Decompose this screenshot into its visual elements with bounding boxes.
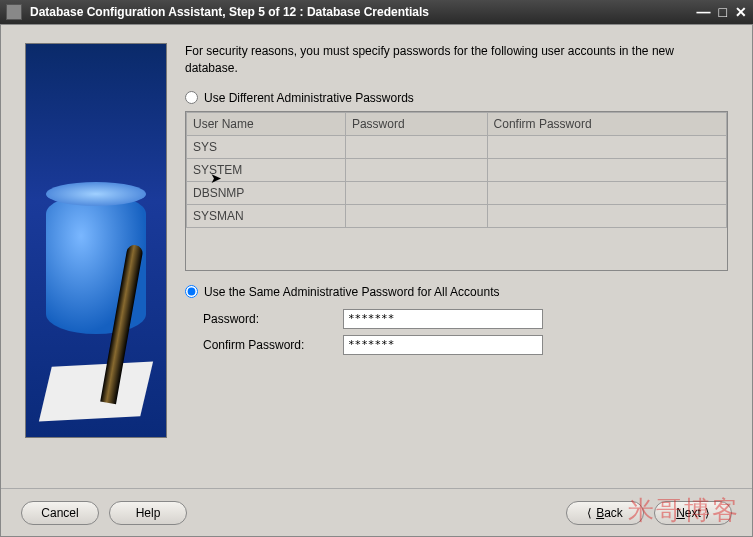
password-input[interactable] <box>343 309 543 329</box>
table-row: SYSTEM <box>187 158 727 181</box>
help-button[interactable]: Help <box>109 501 187 525</box>
cell-user: DBSNMP <box>187 181 346 204</box>
table-row: DBSNMP <box>187 181 727 204</box>
cell-user: SYSTEM <box>187 158 346 181</box>
radio-different-label: Use Different Administrative Passwords <box>204 91 414 105</box>
cancel-button[interactable]: Cancel <box>21 501 99 525</box>
app-icon <box>6 4 22 20</box>
chevron-right-icon: ⟩ <box>705 506 710 520</box>
col-confirm-password: Confirm Password <box>487 112 726 135</box>
confirm-password-label: Confirm Password: <box>203 338 333 352</box>
close-icon[interactable]: ✕ <box>735 5 747 19</box>
window-body: For security reasons, you must specify p… <box>0 24 753 537</box>
footer-bar: Cancel Help ⟨ Back Next ⟩ <box>1 488 752 536</box>
instruction-text: For security reasons, you must specify p… <box>185 43 728 77</box>
cell-password[interactable] <box>345 135 487 158</box>
table-row: SYSMAN <box>187 204 727 227</box>
option-same-password[interactable]: Use the Same Administrative Password for… <box>185 285 728 299</box>
radio-same-password[interactable] <box>185 285 198 298</box>
cell-confirm[interactable] <box>487 135 726 158</box>
window-title: Database Configuration Assistant, Step 5… <box>30 5 697 19</box>
table-row: SYS <box>187 135 727 158</box>
titlebar: Database Configuration Assistant, Step 5… <box>0 0 753 24</box>
col-user-name: User Name <box>187 112 346 135</box>
cell-password[interactable] <box>345 181 487 204</box>
maximize-icon[interactable]: □ <box>719 5 727 19</box>
radio-same-label: Use the Same Administrative Password for… <box>204 285 499 299</box>
cell-user: SYS <box>187 135 346 158</box>
next-button[interactable]: Next ⟩ <box>654 501 732 525</box>
cell-confirm[interactable] <box>487 204 726 227</box>
confirm-password-input[interactable] <box>343 335 543 355</box>
radio-different-passwords[interactable] <box>185 91 198 104</box>
cell-password[interactable] <box>345 158 487 181</box>
minimize-icon[interactable]: — <box>697 5 711 19</box>
cell-confirm[interactable] <box>487 158 726 181</box>
chevron-left-icon: ⟨ <box>587 506 592 520</box>
cell-user: SYSMAN <box>187 204 346 227</box>
option-different-passwords[interactable]: Use Different Administrative Passwords <box>185 91 728 105</box>
cell-confirm[interactable] <box>487 181 726 204</box>
password-label: Password: <box>203 312 333 326</box>
col-password: Password <box>345 112 487 135</box>
user-password-table: User Name Password Confirm Password SYS <box>185 111 728 271</box>
wizard-side-image <box>25 43 167 438</box>
next-label-rest: ext <box>685 506 701 520</box>
cell-password[interactable] <box>345 204 487 227</box>
back-label-rest: ack <box>604 506 623 520</box>
back-button[interactable]: ⟨ Back <box>566 501 644 525</box>
